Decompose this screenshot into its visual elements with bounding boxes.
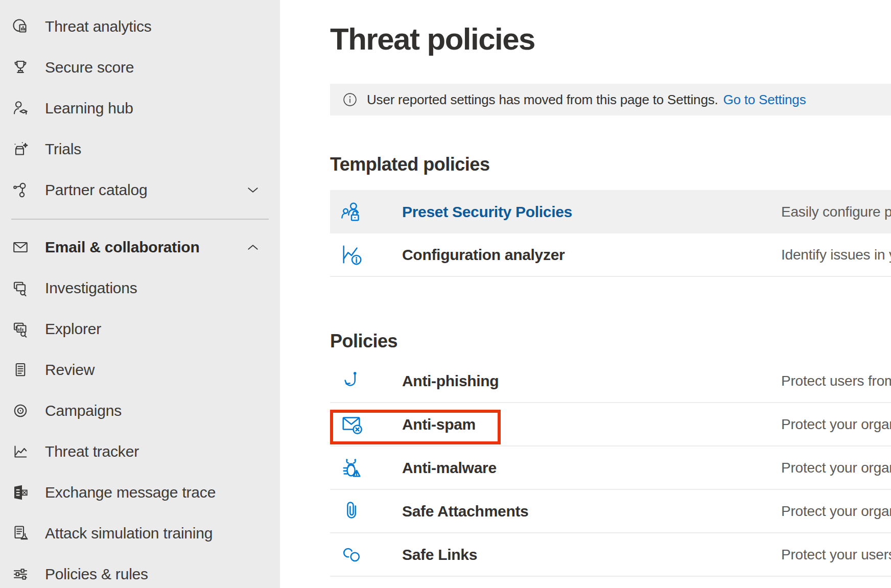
policy-row-label: Safe Attachments [402,503,529,520]
policy-row-description: Protect your users fr [781,547,891,563]
policy-row-safe-attachments[interactable]: Safe AttachmentsProtect your organiz [330,490,891,533]
threat-tracker-icon [11,442,30,461]
policy-row-label: Configuration analyzer [402,246,565,264]
policy-row-description: Protect users from p [781,373,891,389]
sidebar-item-explorer[interactable]: Explorer [0,309,280,349]
partner-catalog-icon [11,181,30,199]
investigations-icon [11,279,30,297]
page-title: Threat policies [330,22,891,56]
section-rows: Anti-phishingProtect users from pAnti-sp… [330,360,891,577]
sidebar-item-label: Threat tracker [45,443,139,460]
anti-spam-icon [340,413,364,436]
policy-row-label[interactable]: Preset Security Policies [402,203,572,221]
policy-row-description: Protect your organiz [781,416,891,433]
learning-hub-icon [11,99,30,117]
section-heading: Templated policies [330,153,891,176]
policy-row-description: Easily configure prot [781,204,891,220]
sidebar-item-label: Threat analytics [45,18,152,35]
policy-row-configuration-analyzer[interactable]: Configuration analyzerIdentify issues in… [330,233,891,277]
sidebar-divider [11,219,269,220]
email-collaboration-icon [11,238,30,256]
campaigns-icon [11,402,30,420]
policy-row-description: Identify issues in you [781,247,891,263]
section-policies: PoliciesAnti-phishingProtect users from … [330,330,891,577]
sidebar-item-label: Investigations [45,279,137,297]
sidebar-item-label: Secure score [45,59,134,76]
preset-security-policies-icon [340,200,364,224]
anti-malware-icon [340,456,364,480]
secure-score-icon [11,58,30,77]
main-content: Threat policies User reported settings h… [280,0,891,588]
sidebar-item-investigations[interactable]: Investigations [0,268,280,309]
policy-row-preset-security-policies[interactable]: Preset Security PoliciesEasily configure… [330,190,891,233]
sidebar-item-label: Email & collaboration [45,239,200,256]
sidebar-nav: Threat analyticsSecure scoreLearning hub… [0,6,280,588]
sidebar-item-threat-tracker[interactable]: Threat tracker [0,431,280,472]
sidebar-item-partner-catalog[interactable]: Partner catalog [0,170,280,210]
trials-icon [11,140,30,158]
exchange-message-trace-icon [11,483,30,502]
sidebar: Threat analyticsSecure scoreLearning hub… [0,0,280,588]
sidebar-item-label: Trials [45,140,81,158]
sidebar-item-secure-score[interactable]: Secure score [0,47,280,88]
explorer-icon [11,320,30,338]
sidebar-item-label: Policies & rules [45,566,148,583]
policy-row-label: Anti-phishing [402,372,499,390]
info-banner: User reported settings has moved from th… [330,84,891,115]
sidebar-item-exchange-message-trace[interactable]: Exchange message trace [0,472,280,513]
policy-row-anti-spam[interactable]: Anti-spamProtect your organiz [330,403,891,446]
section-templated-policies: Templated policiesPreset Security Polici… [330,153,891,277]
sidebar-item-label: Explorer [45,320,101,338]
policy-row-anti-malware[interactable]: Anti-malwareProtect your organiz [330,446,891,490]
chevron-up-icon [245,240,261,255]
sidebar-item-email-collaboration[interactable]: Email & collaboration [0,227,280,268]
policy-row-label: Anti-malware [402,459,497,477]
policy-row-label: Anti-spam [402,416,476,433]
threat-analytics-icon [11,17,30,36]
sidebar-item-label: Exchange message trace [45,484,216,501]
sidebar-item-label: Review [45,361,95,379]
policy-row-description: Protect your organiz [781,460,891,476]
sidebar-item-policies-rules[interactable]: Policies & rules [0,554,280,588]
chevron-down-icon [245,182,261,198]
configuration-analyzer-icon [340,243,364,267]
policy-row-anti-phishing[interactable]: Anti-phishingProtect users from p [330,360,891,403]
sidebar-item-attack-simulation-training[interactable]: Attack simulation training [0,513,280,554]
sidebar-item-label: Partner catalog [45,181,147,199]
review-icon [11,361,30,379]
sidebar-item-threat-analytics[interactable]: Threat analytics [0,6,280,47]
safe-attachments-icon [340,500,364,523]
policies-rules-icon [11,565,30,583]
sidebar-item-campaigns[interactable]: Campaigns [0,390,280,431]
section-heading: Policies [330,330,891,352]
info-banner-text: User reported settings has moved from th… [367,92,718,108]
safe-links-icon [340,543,364,567]
sidebar-item-trials[interactable]: Trials [0,129,280,170]
sidebar-item-label: Attack simulation training [45,525,213,542]
app-window: Threat analyticsSecure scoreLearning hub… [0,0,891,588]
sidebar-item-label: Learning hub [45,100,133,117]
policy-row-description: Protect your organiz [781,503,891,520]
go-to-settings-link[interactable]: Go to Settings [723,92,806,108]
attack-simulation-training-icon [11,524,30,543]
section-rows: Preset Security PoliciesEasily configure… [330,190,891,277]
policy-row-safe-links[interactable]: Safe LinksProtect your users fr [330,533,891,577]
anti-phishing-icon [340,369,364,393]
sidebar-item-learning-hub[interactable]: Learning hub [0,88,280,129]
sidebar-item-label: Campaigns [45,402,122,419]
policy-row-label: Safe Links [402,546,477,563]
sidebar-item-review[interactable]: Review [0,349,280,390]
info-icon [342,92,358,107]
policy-sections: Templated policiesPreset Security Polici… [330,153,891,577]
